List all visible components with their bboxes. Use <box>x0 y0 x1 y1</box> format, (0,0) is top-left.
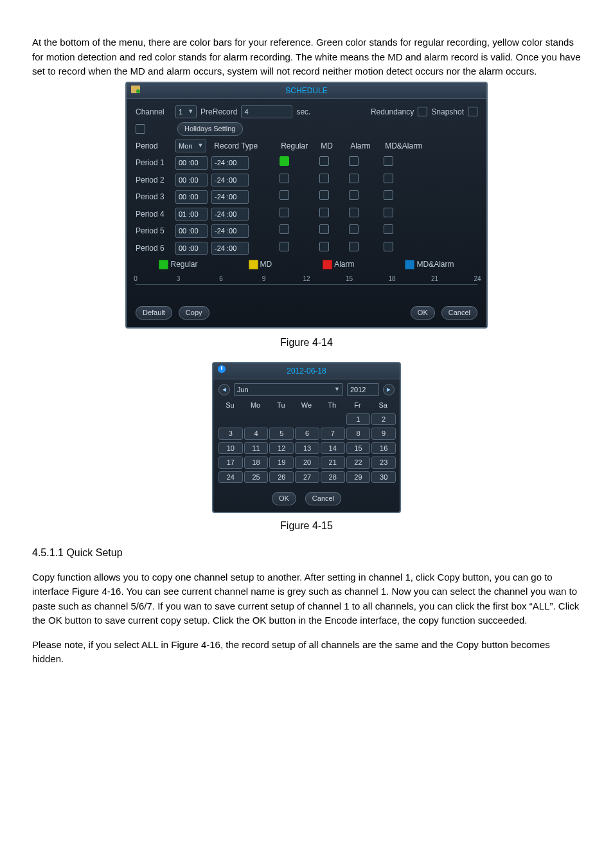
calendar-day-button[interactable]: 17 <box>218 457 243 469</box>
ok-button[interactable]: OK <box>411 306 435 320</box>
calendar-day-button[interactable]: 23 <box>371 457 396 469</box>
channel-value: 1 <box>179 107 182 118</box>
snapshot-label: Snapshot <box>431 106 464 118</box>
period-mdalarm-checkbox[interactable] <box>384 208 393 217</box>
timeline-tick: 24 <box>470 274 485 284</box>
period-alarm-checkbox[interactable] <box>349 190 359 200</box>
period-end-input[interactable]: -24 :00 <box>211 224 249 238</box>
default-button[interactable]: Default <box>136 306 172 320</box>
period-end-input[interactable]: -24 :00 <box>211 208 249 221</box>
calendar-day-button[interactable]: 19 <box>269 457 294 469</box>
weekday-select[interactable]: Mon ▼ <box>175 140 206 153</box>
period-mdalarm-checkbox[interactable] <box>384 224 393 234</box>
period-mdalarm-checkbox[interactable] <box>384 242 393 251</box>
intro-paragraph: At the bottom of the menu, there are col… <box>32 35 581 79</box>
legend-md: MD <box>249 258 272 270</box>
period-alarm-checkbox[interactable] <box>349 224 359 234</box>
prev-month-button[interactable]: ◄ <box>218 384 230 395</box>
period-mdalarm-checkbox[interactable] <box>384 156 393 166</box>
period-mdalarm-checkbox[interactable] <box>384 174 393 183</box>
period-alarm-checkbox[interactable] <box>349 156 359 166</box>
prerecord-input[interactable]: 4 <box>241 105 292 119</box>
cancel-button[interactable]: Cancel <box>441 306 477 320</box>
calendar-day-button[interactable]: 7 <box>321 428 345 440</box>
redundancy-checkbox[interactable] <box>418 107 427 116</box>
redundancy-label: Redundancy <box>371 106 414 118</box>
period-end-input[interactable]: -24 :00 <box>211 156 249 170</box>
period-md-checkbox[interactable] <box>319 156 329 166</box>
period-md-checkbox[interactable] <box>319 242 329 251</box>
calendar-day-button[interactable]: 21 <box>321 457 345 469</box>
period-regular-checkbox[interactable] <box>280 208 289 217</box>
snapshot-checkbox[interactable] <box>468 107 477 116</box>
calendar-day-button[interactable]: 26 <box>269 471 294 484</box>
period-end-input[interactable]: -24 :00 <box>211 190 249 204</box>
calendar-weekday-header: Th <box>321 400 344 411</box>
copy-button[interactable]: Copy <box>179 306 209 320</box>
schedule-dialog: SCHEDULE Channel 1 ▼ PreRecord 4 sec. Re… <box>125 82 488 329</box>
calendar-weekday-header: Sa <box>371 400 395 411</box>
calendar-day-button[interactable]: 13 <box>295 442 319 455</box>
period-label: Period 1 <box>136 157 172 168</box>
calendar-day-button[interactable]: 1 <box>346 413 371 426</box>
period-regular-checkbox[interactable] <box>280 156 289 166</box>
period-regular-checkbox[interactable] <box>280 224 289 234</box>
calendar-day-button[interactable]: 16 <box>371 442 396 455</box>
calendar-ok-button[interactable]: OK <box>272 492 296 505</box>
schedule-title-text: SCHEDULE <box>285 86 327 95</box>
calendar-day-button[interactable]: 6 <box>295 428 319 440</box>
period-regular-checkbox[interactable] <box>280 174 289 183</box>
holidays-setting-button[interactable]: Holidays Setting <box>177 122 243 136</box>
calendar-cancel-button[interactable]: Cancel <box>305 492 341 505</box>
period-start-input[interactable]: 00 :00 <box>175 156 208 170</box>
period-md-checkbox[interactable] <box>319 208 329 217</box>
period-alarm-checkbox[interactable] <box>349 174 359 183</box>
calendar-day-button[interactable]: 15 <box>346 442 371 455</box>
sec-label: sec. <box>296 106 310 118</box>
period-alarm-checkbox[interactable] <box>349 242 359 251</box>
calendar-day-button[interactable]: 18 <box>244 457 269 469</box>
next-month-button[interactable]: ► <box>383 384 395 395</box>
calendar-day-button[interactable]: 3 <box>218 428 243 440</box>
calendar-day-button[interactable]: 30 <box>371 471 396 484</box>
channel-select[interactable]: 1 ▼ <box>175 105 197 119</box>
period-label: Period 3 <box>136 191 172 203</box>
period-md-checkbox[interactable] <box>319 224 329 234</box>
calendar-day-button[interactable]: 11 <box>244 442 269 455</box>
calendar-day-button[interactable]: 28 <box>321 471 345 484</box>
calendar-day-button[interactable]: 2 <box>371 413 396 426</box>
period-start-input[interactable]: 01 :00 <box>175 208 208 221</box>
period-end-input[interactable]: -24 :00 <box>211 174 249 187</box>
holidays-master-checkbox[interactable] <box>136 124 145 134</box>
calendar-day-button[interactable]: 14 <box>321 442 345 455</box>
calendar-day-button[interactable]: 27 <box>295 471 319 484</box>
period-regular-checkbox[interactable] <box>280 242 289 251</box>
period-end-input[interactable]: -24 :00 <box>211 242 249 255</box>
calendar-day-button[interactable]: 22 <box>346 457 371 469</box>
period-label: Period 6 <box>136 242 172 254</box>
month-select[interactable]: Jun ▼ <box>234 383 343 397</box>
period-mdalarm-checkbox[interactable] <box>384 190 393 200</box>
weekday-value: Mon <box>179 141 192 152</box>
period-md-checkbox[interactable] <box>319 190 329 200</box>
calendar-day-button[interactable]: 5 <box>269 428 294 440</box>
calendar-day-button[interactable]: 10 <box>218 442 243 455</box>
period-regular-checkbox[interactable] <box>280 190 289 200</box>
calendar-day-button[interactable]: 4 <box>244 428 269 440</box>
period-start-input[interactable]: 00 :00 <box>175 190 208 204</box>
calendar-day-button[interactable]: 24 <box>218 471 243 484</box>
period-alarm-checkbox[interactable] <box>349 208 359 217</box>
year-input[interactable]: 2012 <box>347 383 379 397</box>
calendar-day-button[interactable]: 9 <box>371 428 396 440</box>
period-start-input[interactable]: 00 :00 <box>175 242 208 255</box>
calendar-day-button[interactable]: 25 <box>244 471 269 484</box>
chevron-down-icon: ▼ <box>334 385 340 394</box>
calendar-day-button[interactable]: 12 <box>269 442 294 455</box>
calendar-day-button[interactable]: 8 <box>346 428 371 440</box>
period-start-input[interactable]: 00 :00 <box>175 224 208 238</box>
calendar-day-button[interactable]: 20 <box>295 457 319 469</box>
calendar-day-button[interactable]: 29 <box>346 471 371 484</box>
chevron-down-icon: ▼ <box>188 107 193 116</box>
period-start-input[interactable]: 00 :00 <box>175 174 208 187</box>
period-md-checkbox[interactable] <box>319 174 329 183</box>
